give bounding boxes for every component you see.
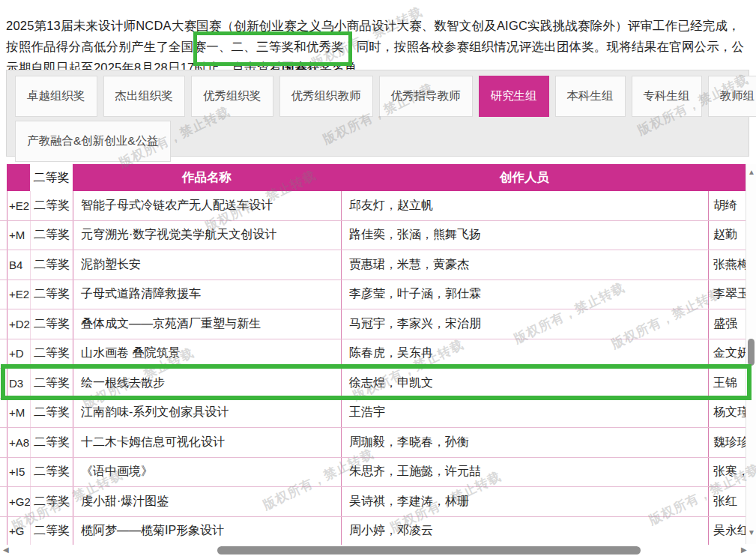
cell-work-name: 元穹溯光·数字视觉美学航天文创设计 [73,221,341,250]
cell-teacher: 魏珍珍 [708,428,746,457]
header-teacher [708,164,746,191]
cell-creators: 贾惠珺，米慧，黄豪杰 [341,250,708,279]
cell-award-level: 二等奖 [30,428,73,457]
tab-row-2: 产教融合&创新创业&公益 [7,117,749,162]
cell-award-level: 二等奖 [30,369,73,398]
cell-teacher: 张寒， [708,458,746,487]
tab-good-org-teacher[interactable]: 优秀组织教师 [279,76,373,117]
cell-work-name: 虔小甜·爆汁图鉴 [73,487,341,516]
cell-teacher: 张红 [708,487,746,516]
tab-good-guidance-teacher[interactable]: 优秀指导教师 [379,76,473,117]
row-gutter [0,517,7,546]
cell-work-name: 智能子母式冷链农产无人配送车设计 [73,191,341,220]
scroll-left-arrow-icon[interactable]: ◀ [3,546,9,554]
cell-creators: 徐志煌，申凯文 [341,369,708,398]
row-gutter [0,191,7,220]
cell-award-level: 二等奖 [30,339,73,369]
vertical-scrollbar-thumb[interactable] [748,339,755,366]
cell-work-name: 绘一根线去散步 [73,369,341,398]
table-header-row: 二等奖 作品名称 创作人员 [0,164,746,191]
cell-teacher: 胡绮 [708,191,746,220]
cell-teacher: 赵勤 [708,221,746,250]
horizontal-scrollbar[interactable]: ◀ ▶ [0,545,756,556]
row-gutter [0,458,7,487]
row-gutter [0,369,7,398]
scroll-down-arrow-icon[interactable]: ▼ [748,529,755,537]
tab-college-group[interactable]: 专科生组 [632,76,702,117]
tab-undergraduate-group[interactable]: 本科生组 [555,76,626,117]
cell-entry-code: +M [7,399,30,428]
cell-creators: 王浩宇 [341,399,708,428]
table-row: D3 二等奖 绘一根线去散步 徐志煌，申凯文 王锦 [0,369,746,399]
tab-graduate-group[interactable]: 研究生组 [479,76,549,117]
table-row: +E2 二等奖 子母式道路清障救援车 李彦莹，叶子涵，郭仕霖 李翠玉 [0,280,746,310]
cell-entry-code: +E2 [7,280,30,309]
scroll-up-arrow-icon[interactable]: ▲ [748,169,755,176]
cell-teacher: 吴永红 [708,517,746,546]
tab-outstanding-org-award[interactable]: 杰出组织奖 [103,76,186,117]
header-creators: 创作人员 [341,164,708,191]
row-gutter [0,428,7,457]
cell-award-level: 二等奖 [30,309,73,339]
cell-work-name: 《语中画境》 [73,458,341,487]
vertical-scrollbar[interactable]: ▲ ▼ [746,164,756,544]
table-row: +A8 二等奖 十二木卡姆信息可视化设计 周珈毅，李晓春，孙衡 魏珍珍 [0,428,746,458]
table-row: +E2 二等奖 智能子母式冷链农产无人配送车设计 邱友灯，赵立帆 胡绮 [0,191,746,221]
cell-award-level: 二等奖 [30,458,73,487]
cell-entry-code: D3 [7,369,30,398]
cell-work-name: 江南韵味-系列文创家具设计 [73,399,341,428]
cell-teacher: 金文妍 [708,339,746,369]
tab-row-1: 卓越组织奖 杰出组织奖 优秀组织奖 优秀组织教师 优秀指导教师 研究生组 本科生… [7,70,749,117]
cell-award-level: 二等奖 [30,191,73,220]
cell-award-level: 二等奖 [30,250,73,279]
tab-excellent-org-award[interactable]: 卓越组织奖 [15,76,97,117]
table-body: +E2 二等奖 智能子母式冷链农产无人配送车设计 邱友灯，赵立帆 胡绮 +M 二… [0,191,746,546]
cell-work-name: 榄阿梦——榄菊IP形象设计 [73,517,341,546]
cell-work-name: 泥韵塑长安 [73,250,341,279]
tab-teacher-group[interactable]: 教师组 [708,76,756,117]
cell-creators: 陈春虎，吴东冉 [341,339,708,369]
header-gutter [0,164,7,191]
cell-creators: 李彦莹，叶子涵，郭仕霖 [341,280,708,309]
row-gutter [0,309,7,339]
cell-creators: 邱友灯，赵立帆 [341,191,708,220]
award-category-tabs: 卓越组织奖 杰出组织奖 优秀组织奖 优秀组织教师 优秀指导教师 研究生组 本科生… [6,70,749,157]
cell-entry-code: +E2 [7,191,30,220]
horizontal-scrollbar-thumb[interactable] [217,546,641,555]
scroll-right-arrow-icon[interactable]: ▶ [741,546,747,554]
cell-teacher: 杨文瑾 [708,399,746,428]
cell-teacher: 王锦 [708,369,746,398]
cell-award-level: 二等奖 [30,280,73,309]
cell-award-level: 二等奖 [30,517,73,546]
announcement-text: 2025第13届未来设计师NCDA大赛国赛（创新创业赛之义乌小商品设计大赛、数智… [6,19,744,74]
cell-creators: 周珈毅，李晓春，孙衡 [341,428,708,457]
cell-creators: 朱思齐，王施懿，许元喆 [341,458,708,487]
cell-award-level: 二等奖 [30,487,73,516]
cell-entry-code: +I5 [7,458,30,487]
cell-entry-code: +A8 [7,428,30,457]
tab-good-org-award[interactable]: 优秀组织奖 [191,76,273,117]
results-table: 二等奖 作品名称 创作人员 +E2 二等奖 智能子母式冷链农产无人配送车设计 邱… [0,164,746,546]
row-gutter [0,339,7,369]
row-gutter [0,399,7,428]
table-row: +G2 二等奖 虔小甜·爆汁图鉴 吴诗祺，李建涛，林珊 张红 [0,487,746,517]
table-row: +D 二等奖 山水画卷 叠院筑景 陈春虎，吴东冉 金文妍 [0,339,746,369]
cell-work-name: 十二木卡姆信息可视化设计 [73,428,341,457]
cell-teacher: 盛强 [708,309,746,339]
cell-entry-code: +G2 [7,487,30,516]
cell-work-name: 子母式道路清障救援车 [73,280,341,309]
cell-work-name: 山水画卷 叠院筑景 [73,339,341,369]
cell-creators: 吴诗祺，李建涛，林珊 [341,487,708,516]
cell-entry-code: +M [7,221,30,250]
announcement-paragraph: 2025第13届未来设计师NCDA大赛国赛（创新创业赛之义乌小商品设计大赛、数智… [0,13,756,78]
header-award-filter[interactable]: 二等奖 [30,164,73,191]
table-row: B4 二等奖 泥韵塑长安 贾惠珺，米慧，黄豪杰 张燕梅 [0,250,746,280]
header-work-name: 作品名称 [73,164,341,191]
cell-creators: 周小婷，邓凌云 [341,517,708,546]
table-row: +I5 二等奖 《语中画境》 朱思齐，王施懿，许元喆 张寒， [0,458,746,488]
row-gutter [0,487,7,516]
cell-entry-code: B4 [7,250,30,279]
cell-work-name: 叠体成文——京苑酒厂重塑与新生 [73,309,341,339]
tab-industry-education-group[interactable]: 产教融合&创新创业&公益 [15,121,171,162]
cell-creators: 马冠宇，李家兴，宋治朋 [341,309,708,339]
